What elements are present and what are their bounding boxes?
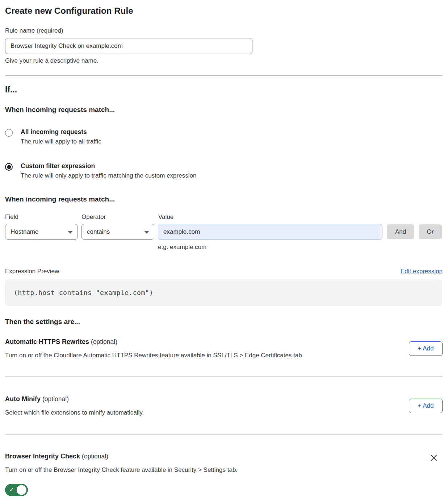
- setting-description: Select which file extensions to minify a…: [5, 409, 144, 416]
- field-label: Field: [5, 213, 81, 221]
- setting-title: Auto Minify (optional): [5, 395, 144, 403]
- browser-integrity-check-toggle[interactable]: ✓: [5, 484, 28, 496]
- radio-description: The rule will only apply to traffic matc…: [21, 172, 196, 179]
- rule-name-input[interactable]: [5, 38, 252, 54]
- expression-code: (http.host contains "example.com"): [14, 289, 153, 296]
- radio-description: The rule will apply to all traffic: [21, 138, 101, 145]
- chevron-down-icon: [68, 231, 73, 234]
- value-help: e.g. example.com: [158, 244, 382, 251]
- chevron-down-icon: [144, 231, 149, 234]
- radio-label: Custom filter expression: [21, 162, 196, 170]
- optional-tag: (optional): [91, 338, 117, 345]
- setting-description: Turn on or off the Cloudflare Automatic …: [5, 352, 303, 359]
- add-auto-minify-button[interactable]: + Add: [409, 399, 443, 413]
- close-icon[interactable]: [430, 453, 438, 462]
- radio-option-all-incoming-requests[interactable]: All incoming requests The rule will appl…: [5, 128, 443, 145]
- page-title: Create new Configuration Rule: [5, 6, 443, 16]
- setting-item-auto-minify: Auto Minify (optional) Select which file…: [5, 377, 443, 434]
- rule-name-label: Rule name (required): [5, 27, 443, 34]
- create-configuration-rule-page: Create new Configuration Rule Rule name …: [0, 0, 448, 498]
- value-label: Value: [158, 213, 173, 221]
- setting-title: Browser Integrity Check (optional): [5, 453, 238, 460]
- rule-name-help: Give your rule a descriptive name.: [5, 57, 443, 65]
- expression-preview-box: (http.host contains "example.com"): [5, 279, 442, 306]
- if-heading: If...: [5, 85, 443, 95]
- toggle-knob: [17, 485, 26, 495]
- operator-select-value: contains: [87, 228, 110, 236]
- field-select-value: Hostname: [11, 228, 38, 236]
- setting-description: Turn on or off the Browser Integrity Che…: [5, 466, 238, 474]
- radio-button-selected[interactable]: [5, 163, 13, 171]
- expression-preview-row: Expression Preview Edit expression: [5, 268, 443, 275]
- setting-title: Automatic HTTPS Rewrites (optional): [5, 338, 303, 346]
- field-select[interactable]: Hostname: [5, 224, 78, 240]
- operator-label: Operator: [81, 213, 158, 221]
- radio-button-unselected[interactable]: [5, 129, 13, 137]
- radio-option-custom-filter-expression[interactable]: Custom filter expression The rule will o…: [5, 162, 443, 179]
- expression-preview-label: Expression Preview: [5, 268, 59, 275]
- value-input[interactable]: [158, 224, 382, 240]
- and-button[interactable]: And: [387, 224, 414, 239]
- operator-select[interactable]: contains: [81, 224, 154, 240]
- expression-builder-heading: When incoming requests match...: [5, 195, 443, 203]
- optional-tag: (optional): [82, 453, 108, 460]
- expression-builder-labels: Field Operator Value: [5, 213, 443, 221]
- radio-label: All incoming requests: [21, 128, 101, 136]
- or-button[interactable]: Or: [419, 224, 442, 239]
- settings-heading: Then the settings are...: [5, 318, 443, 326]
- when-requests-match-heading: When incoming requests match...: [5, 106, 443, 114]
- add-automatic-https-rewrites-button[interactable]: + Add: [409, 341, 443, 356]
- edit-expression-link[interactable]: Edit expression: [401, 268, 443, 275]
- expression-builder-row: Hostname contains e.g. example.com And O…: [5, 224, 443, 251]
- check-icon: ✓: [9, 486, 14, 494]
- setting-item-automatic-https-rewrites: Automatic HTTPS Rewrites (optional) Turn…: [5, 338, 443, 377]
- optional-tag: (optional): [42, 395, 69, 403]
- setting-item-browser-integrity-check: Browser Integrity Check (optional) Turn …: [5, 434, 443, 498]
- section-divider: [5, 75, 443, 76]
